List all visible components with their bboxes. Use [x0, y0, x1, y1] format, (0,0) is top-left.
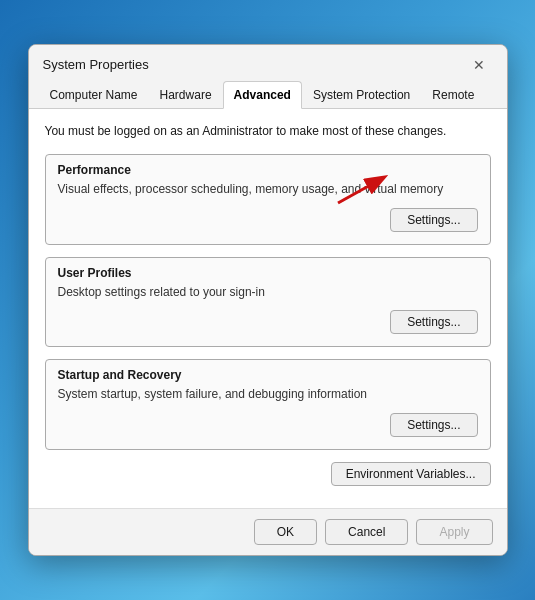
startup-recovery-section: Startup and Recovery System startup, sys…	[45, 359, 491, 450]
env-variables-row: Environment Variables...	[45, 462, 491, 486]
performance-btn-row: Settings...	[58, 208, 478, 232]
tab-computer-name[interactable]: Computer Name	[39, 81, 149, 109]
system-properties-window: System Properties ✕ Computer Name Hardwa…	[28, 44, 508, 556]
environment-variables-button[interactable]: Environment Variables...	[331, 462, 491, 486]
tab-content: You must be logged on as an Administrato…	[29, 109, 507, 508]
startup-recovery-title: Startup and Recovery	[58, 368, 478, 382]
startup-recovery-btn-row: Settings...	[58, 413, 478, 437]
tab-remote[interactable]: Remote	[421, 81, 485, 109]
tab-advanced[interactable]: Advanced	[223, 81, 302, 109]
startup-recovery-description: System startup, system failure, and debu…	[58, 386, 478, 403]
close-button[interactable]: ✕	[465, 55, 493, 75]
user-profiles-description: Desktop settings related to your sign-in	[58, 284, 478, 301]
user-profiles-section: User Profiles Desktop settings related t…	[45, 257, 491, 348]
user-profiles-title: User Profiles	[58, 266, 478, 280]
ok-button[interactable]: OK	[254, 519, 317, 545]
tab-system-protection[interactable]: System Protection	[302, 81, 421, 109]
performance-settings-button[interactable]: Settings...	[390, 208, 477, 232]
performance-title: Performance	[58, 163, 478, 177]
admin-note: You must be logged on as an Administrato…	[45, 123, 491, 140]
title-bar: System Properties ✕	[29, 45, 507, 81]
apply-button[interactable]: Apply	[416, 519, 492, 545]
dialog-footer: OK Cancel Apply	[29, 508, 507, 555]
window-title: System Properties	[43, 57, 149, 72]
startup-recovery-settings-button[interactable]: Settings...	[390, 413, 477, 437]
cancel-button[interactable]: Cancel	[325, 519, 408, 545]
performance-section: Performance Visual effects, processor sc…	[45, 154, 491, 245]
user-profiles-btn-row: Settings...	[58, 310, 478, 334]
user-profiles-settings-button[interactable]: Settings...	[390, 310, 477, 334]
tab-bar: Computer Name Hardware Advanced System P…	[29, 81, 507, 109]
tab-hardware[interactable]: Hardware	[149, 81, 223, 109]
performance-description: Visual effects, processor scheduling, me…	[58, 181, 478, 198]
